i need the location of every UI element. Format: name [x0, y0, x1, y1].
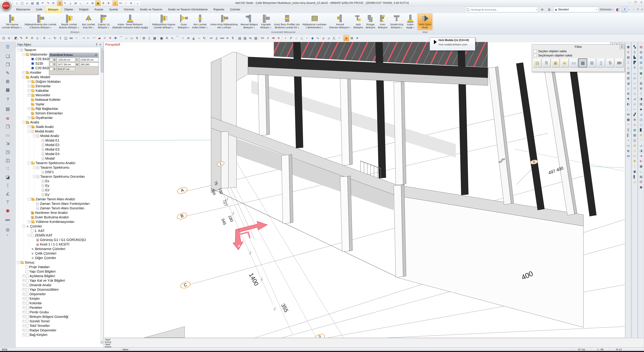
tree-item[interactable]: −Analiz Modeli: [16, 75, 100, 79]
open-file-icon[interactable]: ▱: [25, 1, 30, 5]
new-file-icon[interactable]: ▢: [20, 1, 24, 5]
expand-icon[interactable]: +: [22, 315, 25, 318]
filter-close-icon[interactable]: ✕: [620, 45, 624, 49]
tool-icon[interactable]: ⇇: [638, 159, 644, 164]
expand-icon[interactable]: +: [22, 293, 25, 296]
quick-node-icon[interactable]: ◉: [344, 35, 349, 41]
collapse-icon[interactable]: −: [28, 234, 30, 237]
filter-2d-button[interactable]: 2D: [615, 58, 624, 67]
tool-icon[interactable]: ⋈: [626, 112, 631, 117]
tool-icon[interactable]: ≣: [632, 117, 637, 122]
tool-icon[interactable]: ▌: [626, 133, 631, 138]
tree-item[interactable]: ∿Ey': [16, 192, 100, 197]
expand-icon[interactable]: +: [22, 320, 25, 323]
paste-icon[interactable]: ▭: [3, 131, 12, 139]
tool-icon[interactable]: ✱: [632, 159, 637, 164]
pen2-icon[interactable]: ✐: [288, 35, 294, 41]
tool-icon[interactable]: ⊓: [632, 86, 637, 91]
tool-icon[interactable]: ▤: [638, 101, 644, 107]
coord-l-value[interactable]: 2158.55 cm: [79, 58, 98, 62]
tool-icon[interactable]: ⊞: [632, 143, 637, 148]
curve3-icon[interactable]: ⊿: [326, 35, 331, 41]
tree-item[interactable]: −Analiz: [16, 120, 100, 125]
filter-slab-icon[interactable]: ◆: [560, 58, 569, 67]
collapse-icon[interactable]: −: [22, 53, 25, 56]
tree-item[interactable]: +▱Diyaframlar: [16, 116, 100, 120]
coord-x-value[interactable]: -220.04 cm: [57, 58, 75, 62]
tool-icon[interactable]: ◻: [638, 122, 644, 127]
expand-icon[interactable]: +: [28, 85, 30, 88]
ribbon-button-r-zgar[interactable]: RüzgarBirleşimi: [364, 13, 377, 30]
tree-item[interactable]: +Kolonlar: [16, 301, 100, 306]
fence2-icon[interactable]: ⌓: [124, 35, 129, 41]
home-icon[interactable]: ⌂: [14, 1, 19, 5]
dim-rotate-icon[interactable]: ↻: [202, 35, 207, 41]
expand-icon[interactable]: +: [22, 284, 25, 287]
tree-item[interactable]: ∿Ey: [16, 183, 100, 188]
coord-z-value[interactable]: 916.57 cm: [57, 67, 75, 71]
coord-3r-icon[interactable]: 3R: [271, 35, 276, 41]
expand-icon[interactable]: +: [22, 324, 25, 327]
tool-icon[interactable]: ▅: [638, 70, 644, 76]
style-combo-arrow-icon[interactable]: ▾: [596, 8, 597, 11]
find-icon[interactable]: ◎: [3, 225, 12, 234]
tree-item[interactable]: +Döşemeler: [16, 292, 100, 296]
tool-icon[interactable]: ◧: [626, 101, 631, 107]
filter-door-icon[interactable]: ▯: [597, 58, 605, 67]
tool-icon[interactable]: ∩: [632, 81, 637, 86]
hide-selected-checkbox[interactable]: [534, 50, 537, 53]
pin-icon[interactable]: ╀: [95, 43, 98, 46]
mdi-maximize-button[interactable]: ❐: [636, 8, 639, 11]
tree-item[interactable]: ∿Yaylar: [16, 102, 100, 107]
expand-icon[interactable]: +: [28, 220, 30, 223]
tree-item[interactable]: ∿Zaman Tanım Alanı Durumları: [16, 206, 100, 210]
tool-icon[interactable]: ▛: [632, 60, 637, 65]
tree-item[interactable]: ∿Zaman Tanım Alanı Fonksiyonları: [16, 201, 100, 206]
expand-icon[interactable]: +: [22, 302, 25, 305]
tree-item[interactable]: +⊥Mesnetler: [16, 93, 100, 97]
tool-icon[interactable]: ╳: [626, 127, 631, 133]
tool-icon[interactable]: ⌂: [626, 86, 631, 91]
menu-item-g-r-nt-[interactable]: Görüntü: [121, 6, 137, 13]
tool-icon[interactable]: ▤: [638, 174, 644, 179]
scroll-up-icon[interactable]: ▲: [100, 47, 104, 50]
expand-icon[interactable]: +: [22, 275, 25, 277]
mdi-minimize-button[interactable]: ─: [632, 8, 634, 11]
tree-item[interactable]: +Elemanlar: [16, 84, 100, 88]
tool-icon[interactable]: ⌶: [638, 91, 644, 96]
hide-unselected-checkbox[interactable]: [534, 54, 537, 57]
filter-window-icon[interactable]: ⊞: [588, 58, 596, 67]
toolbar-overflow-icon[interactable]: ▾: [354, 35, 360, 41]
tree-item[interactable]: ζModal': [16, 156, 100, 161]
pull-icon[interactable]: ⇩: [58, 35, 63, 41]
save-icon[interactable]: ▤: [30, 1, 35, 5]
snap-icon[interactable]: ✱: [113, 35, 118, 41]
undo-icon[interactable]: ↶: [40, 1, 45, 5]
flag-icon[interactable]: ⚑: [24, 35, 29, 41]
expand-icon[interactable]: +: [28, 80, 30, 83]
copy-props2-icon[interactable]: ❐: [3, 60, 12, 69]
tool-icon[interactable]: ▭: [626, 143, 631, 148]
pin-add-icon[interactable]: ✛: [101, 1, 106, 5]
menu-item--elik[interactable]: Çelik: [33, 6, 45, 13]
pin-remove-icon[interactable]: ✛: [106, 1, 111, 5]
coordinate-box-close-icon[interactable]: ✕: [95, 53, 97, 57]
pen-icon[interactable]: ✎: [18, 35, 24, 41]
text-icon[interactable]: A: [164, 35, 170, 41]
save-all-icon[interactable]: ▥: [35, 1, 40, 5]
tool-icon[interactable]: ◆: [638, 107, 644, 112]
tree-item[interactable]: ≣Diğer Çizimler: [16, 256, 100, 260]
redo-icon[interactable]: ↷: [46, 1, 50, 5]
search-input[interactable]: [470, 8, 536, 11]
wedge-icon[interactable]: ◭: [191, 35, 196, 41]
tree-item[interactable]: +Radye Döşemeler: [16, 328, 100, 333]
key-icon[interactable]: ⊤: [3, 198, 12, 206]
tool-icon[interactable]: 123: [626, 153, 631, 159]
section-red-icon[interactable]: ≋: [3, 114, 12, 123]
hatch-icon[interactable]: ▨: [253, 35, 258, 41]
tool-icon[interactable]: ◫: [638, 117, 644, 122]
tree-item[interactable]: +Yapı Düzensizlikleri: [16, 287, 100, 292]
ribbon-button-kolon[interactable]: KolonAyağı▼: [405, 13, 416, 30]
arc-icon[interactable]: ⌒: [175, 35, 180, 41]
coordinate-box-header[interactable]: Koordinat Kutusu ✕: [49, 53, 98, 57]
